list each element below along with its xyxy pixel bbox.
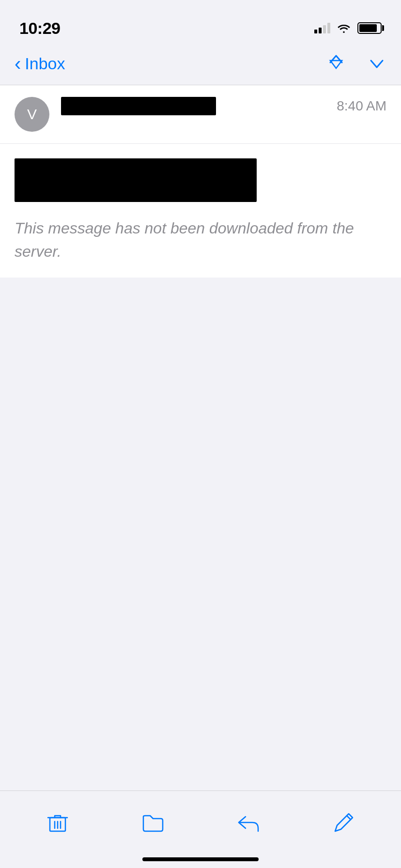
next-message-button[interactable]	[367, 53, 386, 75]
email-header: V 8:40 AM	[0, 85, 401, 144]
email-sender-row: 8:40 AM	[61, 97, 386, 115]
reply-button[interactable]	[229, 803, 268, 842]
nav-bar: ‹ Inbox	[0, 43, 401, 85]
wifi-icon	[337, 23, 351, 33]
sender-avatar: V	[15, 97, 49, 132]
back-label: Inbox	[25, 54, 65, 73]
status-bar: 10:29	[0, 0, 401, 43]
avatar-initial: V	[27, 106, 37, 123]
email-time: 8:40 AM	[337, 98, 386, 114]
battery-icon	[357, 22, 382, 34]
status-time: 10:29	[19, 19, 60, 38]
move-button[interactable]	[134, 803, 172, 842]
back-chevron-icon: ‹	[15, 54, 21, 73]
email-body: This message has not been downloaded fro…	[0, 144, 401, 278]
previous-message-button[interactable]	[326, 53, 346, 75]
email-meta: 8:40 AM	[61, 97, 386, 115]
back-button[interactable]: ‹ Inbox	[15, 54, 65, 73]
not-downloaded-message: This message has not been downloaded fro…	[15, 217, 386, 263]
sender-name-redacted	[61, 97, 216, 115]
delete-button[interactable]	[38, 803, 77, 842]
email-content: V 8:40 AM This message has not been down…	[0, 85, 401, 278]
signal-icon	[314, 23, 330, 33]
home-indicator	[142, 857, 259, 861]
lower-area	[0, 278, 401, 558]
email-subject-redacted	[15, 158, 257, 202]
toolbar	[0, 790, 401, 868]
compose-button[interactable]	[324, 803, 363, 842]
status-icons	[314, 22, 382, 34]
nav-arrows	[326, 53, 386, 75]
